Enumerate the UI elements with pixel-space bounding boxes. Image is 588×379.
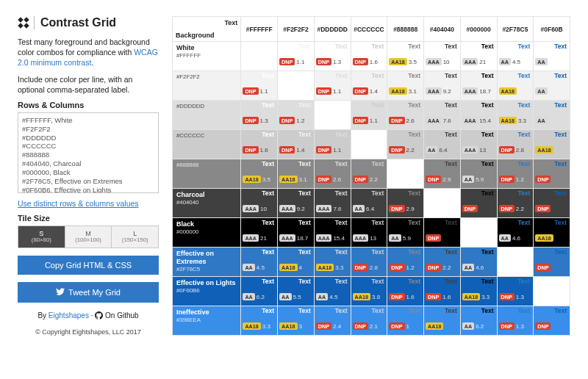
wcag-badge: AAA — [316, 205, 332, 212]
brand: Contrast Grid — [18, 16, 159, 29]
contrast-ratio: 15.4 — [333, 235, 345, 242]
column-header: #888888 — [387, 17, 424, 42]
swatch-cell: TextAA18 — [534, 218, 570, 248]
contrast-ratio: 3.5 — [409, 59, 417, 65]
swatch-cell: TextDNP2.6 — [314, 159, 351, 189]
wcag-badge: DNP — [353, 58, 368, 65]
wcag-badge: DNP — [499, 146, 514, 154]
byline-github-link[interactable]: On Github — [105, 311, 139, 320]
contrast-ratio: 1.2 — [516, 176, 524, 183]
wcag-badge: AAA — [426, 58, 442, 65]
swatch-cell: TextAAA10 — [424, 42, 461, 71]
column-header: #000000 — [460, 17, 497, 42]
contrast-ratio: 1.6 — [260, 147, 268, 154]
row-header: White#FFFFFF — [173, 42, 241, 71]
wcag-badge: AA18 — [535, 234, 553, 242]
wcag-badge: AAA — [279, 205, 295, 212]
swatch-cell: TextAA183.5 — [241, 159, 278, 189]
swatch-cell: TextDNP1.1 — [241, 71, 278, 101]
wcag-badge: AA18 — [243, 322, 260, 330]
wcag-badge: DNP — [499, 176, 514, 183]
wcag-badge: AAA — [462, 87, 478, 95]
swatch-cell: TextAA184 — [278, 248, 315, 277]
rows-columns-label: Rows & Columns — [18, 101, 159, 109]
swatch-cell: TextDNP2.8 — [351, 248, 387, 277]
wcag-badge: DNP — [389, 322, 404, 330]
svg-rect-1 — [24, 17, 29, 23]
wcag-badge: AA18 — [426, 322, 443, 330]
column-header: #FFFFFF — [241, 17, 278, 42]
swatch-cell: TextAA6.4 — [351, 189, 387, 218]
tilesize-l[interactable]: L(150×150) — [112, 225, 159, 248]
swatch-cell: TextAA5.9 — [460, 159, 497, 189]
contrast-ratio: 2.6 — [333, 176, 341, 183]
swatch-cell: TextAA4.6 — [460, 248, 497, 277]
wcag-badge: DNP — [535, 176, 551, 183]
column-header: #DDDDDD — [314, 17, 351, 42]
contrast-ratio: 1.1 — [296, 59, 304, 65]
swatch-cell: TextDNP1.6 — [351, 42, 387, 71]
sidebar: Contrast Grid Test many foreground and b… — [18, 16, 159, 363]
contrast-ratio: 2.9 — [442, 176, 451, 183]
contrast-ratio: 10 — [260, 206, 267, 212]
wcag-badge: AAA — [316, 234, 332, 242]
contrast-ratio: 5.9 — [403, 235, 411, 242]
tweet-grid-button[interactable]: Tweet My Grid — [18, 282, 159, 303]
contrast-ratio: 6.4 — [439, 147, 447, 154]
tilesize-group: S(80×80) M(100×100) L(150×150) — [18, 225, 159, 248]
swatch-cell: TextAAA9.2 — [278, 189, 315, 218]
contrast-ratio: 21 — [479, 59, 486, 65]
contrast-grid-table: BackgroundText#FFFFFF#F2F2F2#DDDDDD#CCCC… — [172, 16, 570, 336]
wcag-badge: AAA — [462, 58, 478, 65]
swatch-cell: TextAA4.5 — [497, 42, 534, 71]
copy-grid-button[interactable]: Copy Grid HTML & CSS — [18, 256, 159, 275]
byline-eightshapes-link[interactable]: Eightshapes — [49, 311, 89, 320]
wcag-badge: DNP — [279, 117, 295, 124]
contrast-ratio: 3.1 — [409, 88, 417, 95]
swatch-cell: TextAA183.3 — [314, 248, 351, 277]
wcag-badge: DNP — [535, 322, 551, 330]
swatch-cell: TextDNP1.3 — [241, 101, 278, 130]
swatch-cell: TextDNP2.1 — [351, 306, 387, 336]
wcag-badge: DNP — [353, 322, 368, 330]
contrast-ratio: 2.2 — [370, 176, 378, 183]
swatch-cell: TextDNP1.1 — [351, 101, 387, 130]
wcag-badge: AA — [499, 234, 511, 242]
contrast-ratio: 1.2 — [296, 118, 304, 124]
swatch-cell — [314, 101, 351, 130]
swatch-cell: TextAAA18.7 — [460, 71, 497, 101]
swatch-cell: TextAA183.5 — [387, 42, 424, 71]
row-header: #F2F2F2 — [173, 71, 241, 101]
column-header: #2F78C5 — [497, 17, 534, 42]
wcag-badge: AA — [462, 176, 474, 183]
contrast-ratio: 1.6 — [370, 59, 378, 65]
row-header: Ineffective#398EEA — [173, 306, 241, 336]
row-header: Effective on Extremes#2F78C5 — [173, 248, 241, 277]
swatch-cell: TextDNP1.2 — [497, 159, 534, 189]
contrast-ratio: 13 — [479, 147, 486, 154]
swatch-cell — [387, 159, 424, 189]
wcag-badge: DNP — [499, 205, 514, 212]
swatch-cell: TextAA183 — [278, 306, 315, 336]
distinct-rows-columns-link[interactable]: Use distinct rows & columns values — [18, 199, 139, 208]
wcag-badge: DNP — [389, 264, 404, 271]
wcag-badge: AA18 — [462, 293, 480, 300]
wcag-badge: AA — [535, 58, 547, 65]
swatch-cell: TextDNP2.9 — [424, 159, 461, 189]
tilesize-m[interactable]: M(100×100) — [65, 225, 112, 248]
swatch-cell: TextAA18 — [424, 306, 461, 336]
tilesize-s[interactable]: S(80×80) — [18, 225, 65, 248]
wcag-badge: AA18 — [279, 264, 297, 271]
contrast-ratio: 5.5 — [293, 294, 301, 300]
contrast-ratio: 1.3 — [516, 323, 524, 330]
row-header: #CCCCCC — [173, 130, 241, 159]
swatch-cell: TextAA183.3 — [460, 277, 497, 306]
contrast-ratio: 10 — [443, 59, 450, 65]
swatch-cell: TextDNP1.2 — [278, 101, 315, 130]
wcag-badge: DNP — [279, 146, 295, 154]
lead-1: Test many foreground and background colo… — [18, 37, 159, 68]
swatch-cell: TextDNP2.2 — [351, 159, 387, 189]
lead-2: Include one color per line, with an opti… — [18, 74, 159, 95]
wcag-badge: DNP — [535, 264, 551, 271]
colors-input[interactable] — [18, 112, 159, 193]
